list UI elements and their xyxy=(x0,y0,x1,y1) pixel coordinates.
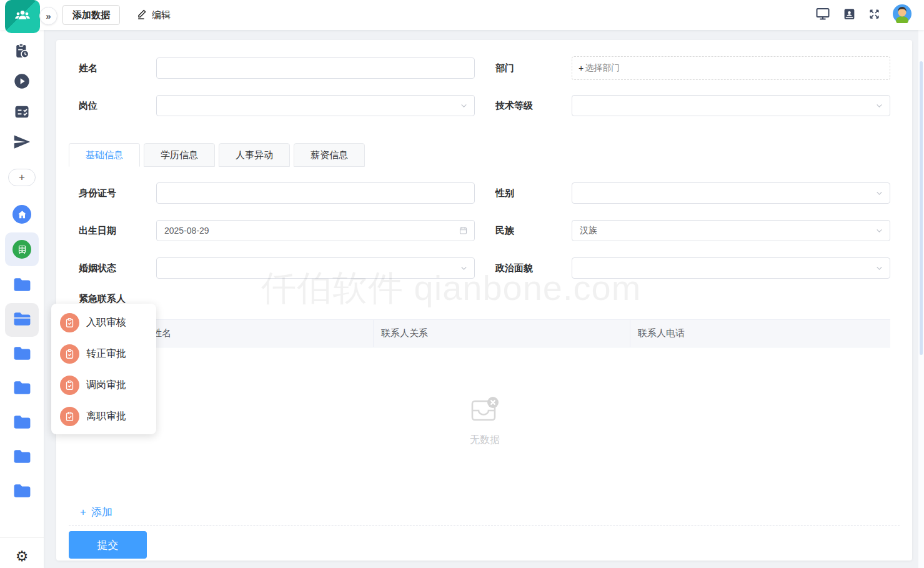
pencil-icon xyxy=(136,8,148,22)
fullscreen-icon[interactable] xyxy=(868,8,880,22)
sidebar-item-folder[interactable] xyxy=(5,441,39,474)
folder-icon xyxy=(12,414,32,433)
folder-icon xyxy=(12,276,32,296)
tab-salary-info[interactable]: 薪资信息 xyxy=(294,143,365,167)
clipboard-clock-icon xyxy=(13,42,31,62)
add-contact-link[interactable]: + 添加 xyxy=(80,505,112,519)
empty-state: 无数据 xyxy=(438,394,532,447)
menu-item-transfer-approval[interactable]: 调岗审批 xyxy=(51,369,156,401)
submit-button[interactable]: 提交 xyxy=(69,531,147,559)
cabinet-icon xyxy=(12,240,31,259)
sidebar-item-home[interactable] xyxy=(5,197,39,231)
monitor-icon[interactable] xyxy=(815,6,830,24)
sidebar-item-folder[interactable] xyxy=(5,372,39,406)
edit-label: 编辑 xyxy=(152,9,171,21)
sidebar-item-records[interactable] xyxy=(5,232,39,266)
ethnicity-label: 民族 xyxy=(495,220,514,241)
app-window: 添加数据 编辑 xyxy=(0,0,924,568)
add-contact-label: 添加 xyxy=(91,505,112,519)
chevron-down-icon xyxy=(460,264,468,272)
tab-education-info[interactable]: 学历信息 xyxy=(144,143,215,167)
sidebar: + xyxy=(0,30,44,568)
clipboard-check-icon xyxy=(60,376,79,395)
chevron-down-icon xyxy=(875,102,883,110)
sidebar-item-send[interactable] xyxy=(5,126,39,160)
tech-level-select[interactable] xyxy=(572,95,890,116)
edit-button[interactable]: 编辑 xyxy=(136,5,171,25)
scrollbar-thumb[interactable] xyxy=(920,61,923,355)
menu-item-resignation-approval[interactable]: 离职审批 xyxy=(51,401,156,432)
clipboard-check-icon xyxy=(60,344,79,364)
sidebar-item-tasks[interactable] xyxy=(5,96,39,130)
department-picker[interactable]: + 选择部门 xyxy=(572,56,890,80)
chevron-down-icon xyxy=(875,189,883,197)
birth-date-value: 2025-08-29 xyxy=(164,226,209,236)
birth-date-input[interactable]: 2025-08-29 xyxy=(156,220,475,241)
sidebar-item-add[interactable]: + xyxy=(5,161,39,194)
birth-date-label: 出生日期 xyxy=(79,220,116,241)
checklist-icon xyxy=(13,103,31,123)
play-icon xyxy=(13,72,31,92)
political-status-label: 政治面貌 xyxy=(495,257,533,279)
position-select[interactable] xyxy=(156,95,475,116)
column-header-phone: 联系人电话 xyxy=(630,320,890,347)
folder-icon xyxy=(12,379,32,399)
folder-icon xyxy=(12,345,32,364)
home-icon xyxy=(12,205,31,224)
name-label: 姓名 xyxy=(79,57,97,79)
ethnicity-select[interactable]: 汉族 xyxy=(572,220,890,241)
gear-icon[interactable]: ⚙ xyxy=(5,547,39,565)
sidebar-item-media[interactable] xyxy=(5,66,39,99)
contacts-table-header: 姓名 联系人关系 联系人电话 xyxy=(79,319,890,347)
employee-form-card: 姓名 部门 + 选择部门 岗位 技术等级 基础信息 学历信息 人事异动 薪资信息 xyxy=(56,40,912,561)
menu-item-label: 调岗审批 xyxy=(86,379,126,392)
tab-personnel-changes[interactable]: 人事异动 xyxy=(219,143,290,167)
sidebar-item-folder-active[interactable] xyxy=(5,303,39,337)
sidebar-divider xyxy=(0,537,44,538)
menu-item-regularization-approval[interactable]: 转正审批 xyxy=(51,338,156,369)
marital-status-select[interactable] xyxy=(156,257,475,279)
info-tabs: 基础信息 学历信息 人事异动 薪资信息 xyxy=(69,143,365,167)
menu-item-label: 入职审核 xyxy=(86,316,126,329)
chevron-down-icon xyxy=(875,227,883,235)
add-data-button[interactable]: 添加数据 xyxy=(62,5,120,25)
sidebar-collapse-button[interactable]: » xyxy=(39,7,57,25)
chevron-down-icon xyxy=(460,102,468,110)
add-pill-icon: + xyxy=(8,169,36,186)
chevron-down-icon xyxy=(875,264,883,272)
menu-item-label: 转正审批 xyxy=(86,347,126,361)
folder-open-icon xyxy=(12,311,32,330)
political-status-select[interactable] xyxy=(572,257,890,279)
sidebar-item-schedule[interactable] xyxy=(5,36,39,69)
contact-card-icon[interactable] xyxy=(843,7,856,23)
user-avatar[interactable] xyxy=(893,4,912,26)
send-icon xyxy=(12,132,31,154)
clipboard-check-icon xyxy=(60,407,79,426)
no-data-icon xyxy=(469,416,501,427)
app-logo[interactable] xyxy=(5,0,40,33)
position-label: 岗位 xyxy=(79,95,97,116)
team-icon xyxy=(13,6,32,27)
calendar-icon xyxy=(459,226,468,236)
department-label: 部门 xyxy=(495,57,514,79)
sidebar-item-folder[interactable] xyxy=(5,337,39,371)
sidebar-item-folder[interactable] xyxy=(5,475,39,509)
sidebar-item-folder[interactable] xyxy=(5,269,39,302)
tab-basic-info[interactable]: 基础信息 xyxy=(69,143,140,167)
marital-status-label: 婚姻状态 xyxy=(79,257,116,279)
gender-select[interactable] xyxy=(572,182,890,204)
folder-icon xyxy=(12,448,32,467)
sidebar-item-folder[interactable] xyxy=(5,406,39,440)
panel-divider xyxy=(69,526,900,526)
name-input[interactable] xyxy=(156,57,475,79)
menu-item-onboarding-review[interactable]: 入职审核 xyxy=(51,307,156,338)
menu-item-label: 离职审批 xyxy=(86,410,126,423)
no-data-text: 无数据 xyxy=(438,434,532,447)
tech-level-label: 技术等级 xyxy=(495,95,533,116)
department-placeholder: 选择部门 xyxy=(585,62,620,74)
id-number-input[interactable] xyxy=(156,182,475,204)
column-header-relation: 联系人关系 xyxy=(373,320,630,347)
scrollbar-track[interactable] xyxy=(918,30,924,568)
plus-icon: + xyxy=(579,63,584,73)
id-number-label: 身份证号 xyxy=(79,182,116,204)
